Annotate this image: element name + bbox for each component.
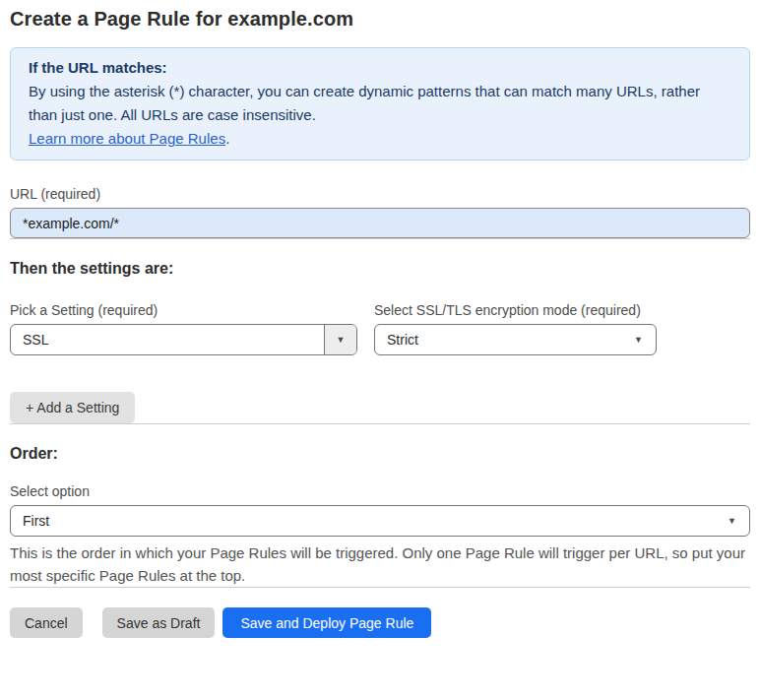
order-select-value: First	[11, 513, 728, 529]
page-title: Create a Page Rule for example.com	[10, 8, 750, 31]
ssl-mode-value: Strict	[375, 332, 634, 348]
footer-actions: Cancel Save as Draft Save and Deploy Pag…	[10, 607, 750, 638]
section-divider	[10, 238, 750, 239]
create-page-rule-form: Create a Page Rule for example.com If th…	[0, 0, 760, 638]
save-deploy-button[interactable]: Save and Deploy Page Rule	[222, 607, 431, 638]
setting-picker-select[interactable]: SSL ▼	[10, 324, 357, 355]
add-setting-button[interactable]: + Add a Setting	[10, 392, 135, 423]
setting-picker-value: SSL	[11, 332, 324, 348]
order-help-text: This is the order in which your Page Rul…	[10, 541, 750, 587]
info-heading: If the URL matches:	[29, 56, 731, 80]
ssl-mode-label: Select SSL/TLS encryption mode (required…	[374, 301, 657, 319]
info-link-line: Learn more about Page Rules.	[29, 127, 731, 151]
section-divider	[10, 587, 750, 588]
chevron-down-icon[interactable]: ▼	[324, 325, 356, 354]
chevron-down-icon: ▼	[728, 516, 749, 526]
save-draft-button[interactable]: Save as Draft	[102, 607, 216, 638]
ssl-mode-field: Select SSL/TLS encryption mode (required…	[374, 301, 657, 355]
url-field-label: URL (required)	[10, 185, 750, 203]
setting-picker-field: Pick a Setting (required) SSL ▼	[10, 301, 357, 355]
settings-section-heading: Then the settings are:	[10, 259, 750, 278]
order-field: Select option First ▼	[10, 482, 750, 537]
setting-picker-label: Pick a Setting (required)	[10, 301, 357, 319]
info-body-text: By using the asterisk (*) character, you…	[29, 80, 731, 127]
order-section-heading: Order:	[10, 444, 750, 463]
info-link-suffix: .	[225, 130, 229, 147]
settings-row: Pick a Setting (required) SSL ▼ Select S…	[10, 301, 750, 355]
cancel-button[interactable]: Cancel	[10, 607, 83, 638]
order-select-label: Select option	[10, 482, 750, 500]
url-input[interactable]	[10, 208, 750, 238]
section-divider	[10, 423, 750, 424]
chevron-down-icon: ▼	[634, 335, 656, 345]
order-select[interactable]: First ▼	[10, 505, 750, 537]
url-match-info-callout: If the URL matches: By using the asteris…	[10, 47, 750, 160]
ssl-mode-select[interactable]: Strict ▼	[374, 324, 657, 355]
learn-more-link[interactable]: Learn more about Page Rules	[29, 130, 225, 147]
